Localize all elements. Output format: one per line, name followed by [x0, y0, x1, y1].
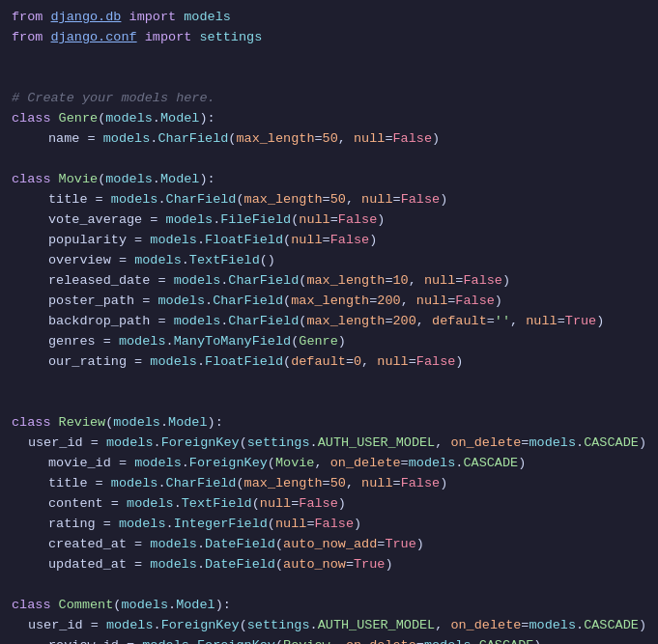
- line-class-comment: class Comment(models.Model):: [0, 596, 658, 616]
- line-1: from django.db import models: [0, 8, 658, 28]
- line-movie-vote: vote_average = models.FileField(null=Fal…: [0, 210, 658, 231]
- line-review-updated: updated_at = models.DateField(auto_now=T…: [0, 555, 658, 575]
- line-movie-overview: overview = models.TextField(): [0, 251, 658, 271]
- line-comment: # Create your models here.: [0, 89, 658, 109]
- line-movie-title: title = models.CharField(max_length=50, …: [0, 190, 658, 210]
- line-comment-user: user_id = models.ForeignKey(settings.AUT…: [0, 616, 658, 636]
- line-movie-popularity: popularity = models.FloatField(null=Fals…: [0, 231, 658, 251]
- line-movie-released: released_date = models.CharField(max_len…: [0, 271, 658, 292]
- line-class-movie: class Movie(models.Model):: [0, 170, 658, 190]
- line-movie-poster: poster_path = models.CharField(max_lengt…: [0, 292, 658, 312]
- code-editor: from django.db import models from django…: [0, 0, 658, 644]
- line-comment-review: review_id = models.ForeignKey(Review, on…: [0, 636, 658, 644]
- line-review-user: user_id = models.ForeignKey(settings.AUT…: [0, 434, 658, 454]
- line-movie-genres: genres = models.ManyToManyField(Genre): [0, 332, 658, 352]
- line-review-title: title = models.CharField(max_length=50, …: [0, 474, 658, 494]
- line-blank-1: [0, 150, 658, 170]
- line-genre-name: name = models.CharField(max_length=50, n…: [0, 129, 658, 150]
- line-review-content: content = models.TextField(null=False): [0, 494, 658, 515]
- line-blank-2: [0, 373, 658, 393]
- line-class-review: class Review(models.Model):: [0, 413, 658, 434]
- line-review-movie: movie_id = models.ForeignKey(Movie, on_d…: [0, 454, 658, 474]
- line-2: from django.conf import settings: [0, 28, 658, 48]
- line-3: [0, 48, 658, 69]
- line-blank-3: [0, 393, 658, 413]
- line-movie-our-rating: our_rating = models.FloatField(default=0…: [0, 352, 658, 373]
- line-review-rating: rating = models.IntegerField(null=False): [0, 515, 658, 535]
- line-class-genre: class Genre(models.Model):: [0, 109, 658, 129]
- line-blank-4: [0, 575, 658, 596]
- line-review-created: created_at = models.DateField(auto_now_a…: [0, 535, 658, 555]
- line-4: [0, 69, 658, 89]
- line-movie-backdrop: backdrop_path = models.CharField(max_len…: [0, 312, 658, 332]
